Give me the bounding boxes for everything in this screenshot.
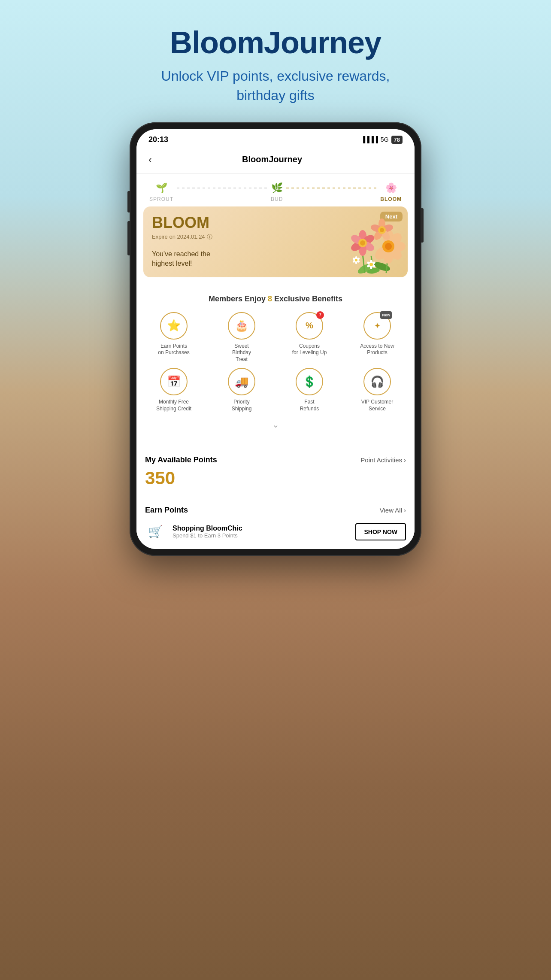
chevron-right-icon: › [404, 456, 406, 464]
phone-frame: 20:13 ▐▐▐▐ 5G 78 ‹ BloomJourney 🌱 [130, 122, 421, 556]
earn-header: Earn Points View All › [145, 506, 406, 515]
benefits-title-members: Members Enjoy [209, 294, 268, 303]
nav-bar: ‹ BloomJourney [136, 148, 415, 174]
status-bar: 20:13 ▐▐▐▐ 5G 78 [136, 129, 415, 148]
points-value: 350 [145, 468, 406, 488]
chevron-down-icon: ⌄ [272, 419, 279, 430]
new-products-icon-circle: ✦ New [363, 312, 391, 340]
coupon-badge: 7 [316, 311, 324, 319]
birthday-icon: 🎂 [235, 319, 248, 332]
step-line-2 [286, 188, 377, 188]
side-button-left-bottom [127, 221, 130, 255]
nav-title: BloomJourney [155, 155, 389, 164]
earn-item-desc: Spend $1 to Earn 3 Points [173, 532, 348, 539]
new-products-badge: New [380, 311, 392, 319]
back-button[interactable]: ‹ [145, 152, 155, 167]
shopping-cart-icon: 🛒 [145, 522, 166, 542]
step-bud-label: BUD [271, 196, 283, 202]
info-icon: ⓘ [207, 233, 212, 241]
point-activities-link[interactable]: Point Activities › [360, 456, 406, 464]
step-line-1 [177, 188, 267, 188]
points-title: My Available Points [145, 455, 217, 464]
coupon-icon: % [306, 321, 313, 331]
app-subtitle: Unlock VIP points, exclusive rewards,bir… [161, 67, 390, 105]
earn-section: Earn Points View All › 🛒 Shopping BloomC… [136, 499, 415, 549]
benefits-count: 8 [268, 294, 272, 303]
benefits-grid-bottom: 📅 Monthly FreeShipping Credit 🚚 Priority… [143, 368, 408, 412]
earn-points-label: Earn Pointson Purchases [158, 343, 189, 356]
fast-refunds-icon-circle: 💲 [296, 368, 323, 395]
collapse-chevron[interactable]: ⌄ [143, 416, 408, 437]
vip-service-label: VIP CustomerService [361, 399, 393, 412]
shipping-credit-icon-circle: 📅 [160, 368, 188, 395]
earn-item-shopping: 🛒 Shopping BloomChic Spend $1 to Earn 3 … [145, 522, 406, 542]
progress-stepper: 🌱 SPROUT 🌿 BUD 🌸 BLOOM [136, 174, 415, 206]
benefit-shipping-credit[interactable]: 📅 Monthly FreeShipping Credit [143, 368, 204, 412]
step-bloom-label: BLOOM [380, 196, 402, 202]
step-sprout: 🌱 SPROUT [149, 182, 173, 202]
benefit-fast-refunds[interactable]: 💲 FastRefunds [279, 368, 340, 412]
step-bloom: 🌸 BLOOM [380, 182, 402, 202]
earn-info: Shopping BloomChic Spend $1 to Earn 3 Po… [173, 525, 348, 539]
new-products-label: Access to NewProducts [360, 343, 394, 356]
header-section: BloomJourney Unlock VIP points, exclusiv… [161, 26, 390, 105]
benefits-section: Members Enjoy 8 Exclusive Benefits ⭐ Ear… [136, 284, 415, 443]
sprout-icon: 🌱 [156, 182, 167, 194]
star-icon: ⭐ [167, 319, 181, 332]
benefits-title: Members Enjoy 8 Exclusive Benefits [143, 294, 408, 303]
priority-shipping-icon-circle: 🚚 [228, 368, 255, 395]
headset-icon: 🎧 [370, 375, 384, 388]
points-section: My Available Points Point Activities › 3… [136, 447, 415, 495]
coupons-label: Couponsfor Leveling Up [292, 343, 327, 356]
benefit-earn-points[interactable]: ⭐ Earn Pointson Purchases [143, 312, 204, 363]
points-header: My Available Points Point Activities › [145, 455, 406, 464]
app-title: BloomJourney [161, 26, 390, 60]
benefit-priority-shipping[interactable]: 🚚 PriorityShipping [211, 368, 272, 412]
fast-refunds-label: FastRefunds [300, 399, 319, 412]
step-bud: 🌿 BUD [271, 182, 283, 202]
birthday-icon-circle: 🎂 [228, 312, 255, 340]
benefits-grid-top: ⭐ Earn Pointson Purchases 🎂 SweetBirthda… [143, 312, 408, 363]
shop-now-button[interactable]: SHOP NOW [355, 523, 406, 540]
benefit-vip-service[interactable]: 🎧 VIP CustomerService [347, 368, 408, 412]
vip-service-icon-circle: 🎧 [363, 368, 391, 395]
signal-bars-icon: ▐▐▐▐ [361, 136, 378, 143]
battery-icon: 78 [391, 136, 403, 144]
refund-icon: 💲 [303, 375, 316, 388]
step-sprout-label: SPROUT [149, 196, 173, 202]
benefits-title-suffix: Exclusive Benefits [274, 294, 342, 303]
earn-item-name: Shopping BloomChic [173, 525, 348, 532]
birthday-label: SweetBirthdayTreat [232, 343, 251, 363]
bloom-card: BLOOM Expire on 2024.01.24 ⓘ You've reac… [143, 206, 408, 277]
phone-mockup: 20:13 ▐▐▐▐ 5G 78 ‹ BloomJourney 🌱 [130, 122, 421, 556]
earn-points-icon-circle: ⭐ [160, 312, 188, 340]
shipping-credit-label: Monthly FreeShipping Credit [156, 399, 191, 412]
bud-icon: 🌿 [271, 182, 283, 194]
benefit-coupons[interactable]: % 7 Couponsfor Leveling Up [279, 312, 340, 363]
new-products-icon: ✦ [374, 321, 381, 331]
benefit-birthday[interactable]: 🎂 SweetBirthdayTreat [211, 312, 272, 363]
view-all-link[interactable]: View All › [380, 507, 406, 514]
truck-icon: 🚚 [235, 375, 248, 388]
benefit-new-products[interactable]: ✦ New Access to NewProducts [347, 312, 408, 363]
bloom-icon: 🌸 [385, 182, 397, 194]
side-button-left-top [127, 191, 130, 212]
status-time: 20:13 [148, 135, 168, 144]
priority-shipping-label: PriorityShipping [232, 399, 252, 412]
network-type: 5G [381, 136, 389, 143]
bloom-message: You've reached thehighest level! [152, 249, 399, 269]
coupons-icon-circle: % 7 [296, 312, 323, 340]
bloom-level: BLOOM [152, 215, 399, 231]
earn-points-title: Earn Points [145, 506, 188, 515]
side-button-right [421, 208, 424, 243]
phone-screen: 20:13 ▐▐▐▐ 5G 78 ‹ BloomJourney 🌱 [136, 129, 415, 549]
view-all-chevron-icon: › [404, 507, 406, 514]
bloom-expire: Expire on 2024.01.24 ⓘ [152, 233, 399, 241]
status-icons: ▐▐▐▐ 5G 78 [361, 136, 403, 144]
calendar-icon: 📅 [167, 375, 181, 388]
bloom-card-content: BLOOM Expire on 2024.01.24 ⓘ You've reac… [152, 215, 399, 269]
